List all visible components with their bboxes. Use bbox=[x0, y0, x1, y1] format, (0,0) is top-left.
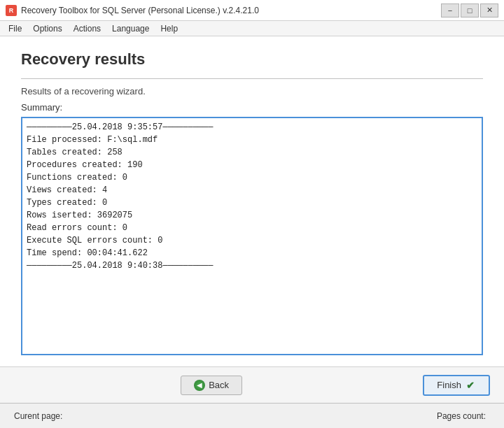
current-page-label: Curent page: bbox=[14, 411, 62, 421]
status-bar: Curent page: Pages count: bbox=[0, 403, 504, 428]
finish-icon: ✔ bbox=[465, 380, 476, 391]
title-bar-text: Recovery Toolbox for SQL Server (Persona… bbox=[21, 6, 441, 15]
summary-label: Summary: bbox=[21, 102, 483, 113]
menu-actions[interactable]: Actions bbox=[68, 22, 106, 35]
main-content: Recovery results Results of a recovering… bbox=[0, 36, 504, 366]
status-right: Pages count: bbox=[437, 411, 490, 421]
menu-file[interactable]: File bbox=[3, 22, 27, 35]
menu-options[interactable]: Options bbox=[27, 22, 67, 35]
page-title: Recovery results bbox=[21, 50, 483, 69]
nav-buttons: ◀ Back Finish ✔ bbox=[0, 366, 504, 403]
back-icon: ◀ bbox=[194, 380, 205, 391]
log-box[interactable]: —————————25.04.2018 9:35:57—————————— Fi… bbox=[21, 117, 483, 355]
status-left: Curent page: bbox=[14, 411, 66, 421]
log-content: —————————25.04.2018 9:35:57—————————— Fi… bbox=[27, 121, 477, 272]
app-icon: R bbox=[6, 5, 17, 16]
maximize-button[interactable]: □ bbox=[461, 3, 479, 17]
title-bar: R Recovery Toolbox for SQL Server (Perso… bbox=[0, 0, 504, 21]
window-controls: − □ ✕ bbox=[441, 3, 498, 17]
back-label: Back bbox=[209, 380, 229, 390]
finish-button[interactable]: Finish ✔ bbox=[423, 375, 490, 396]
separator bbox=[21, 78, 483, 79]
close-button[interactable]: ✕ bbox=[480, 3, 498, 17]
menu-help[interactable]: Help bbox=[155, 22, 183, 35]
menu-bar: File Options Actions Language Help bbox=[0, 21, 504, 36]
minimize-button[interactable]: − bbox=[441, 3, 459, 17]
finish-label: Finish bbox=[437, 380, 461, 390]
back-button[interactable]: ◀ Back bbox=[181, 376, 242, 395]
page-subtitle: Results of a recovering wizard. bbox=[21, 86, 483, 97]
menu-language[interactable]: Language bbox=[106, 22, 155, 35]
pages-count-label: Pages count: bbox=[437, 411, 486, 421]
